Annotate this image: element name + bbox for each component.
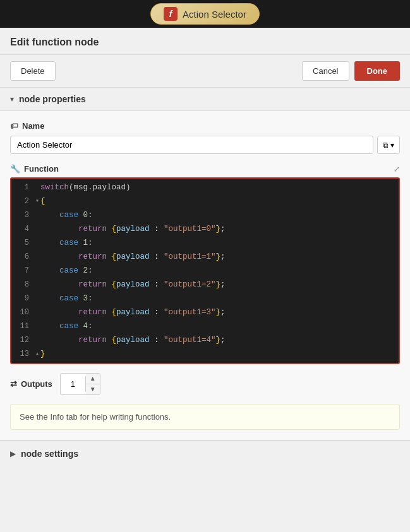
name-action-button[interactable]: ⧉ ▾ [377,136,400,154]
panel-header: Edit function node [0,28,410,55]
code-line-3: 3 case 0: [11,208,399,222]
tag-icon: 🏷 [10,121,18,131]
spinner-buttons: ▲ ▼ [86,374,100,394]
node-properties-content: 🏷 Name ⧉ ▾ 🔧 Function ⤢ 1 switch(msg [0,111,410,440]
wrench-icon: 🔧 [10,164,20,174]
top-bar: f Action Selector [0,0,410,28]
function-icon: f [164,7,178,21]
copy-icon: ⧉ [383,141,389,150]
done-button[interactable]: Done [354,61,401,81]
name-input[interactable] [10,136,373,154]
function-field-label: Function [24,164,59,174]
chevron-down-icon: ▾ [10,95,14,103]
function-label-left: 🔧 Function [10,164,59,174]
outputs-icon: ⇄ [10,379,17,389]
delete-button[interactable]: Delete [10,61,56,81]
expand-icon[interactable]: ⤢ [394,165,400,174]
main-panel: Edit function node Delete Cancel Done ▾ … [0,28,410,532]
function-label-row: 🔧 Function ⤢ [10,164,400,174]
code-line-5: 5 case 1: [11,236,399,250]
outputs-label: ⇄ Outputs [10,379,52,389]
code-line-10: 10 return {payload : "output1=3"}; [11,305,399,319]
name-row: ⧉ ▾ [10,136,400,154]
button-row: Delete Cancel Done [0,55,410,88]
chevron-right-icon: ▶ [10,449,16,458]
name-label: 🏷 Name [10,121,400,131]
node-settings-title: node settings [21,449,78,459]
name-field-label: Name [22,121,44,131]
panel-title: Edit function node [10,37,99,47]
info-box: See the Info tab for help writing functi… [10,404,400,430]
node-properties-title: node properties [19,94,86,104]
code-line-6: 6 return {payload : "output1=1"}; [11,250,399,264]
code-line-4: 4 return {payload : "output1=0"}; [11,222,399,236]
code-line-13: 13 ▴ } [11,347,399,363]
title-badge: f Action Selector [150,3,260,25]
outputs-increment-button[interactable]: ▲ [86,374,100,384]
code-line-7: 7 case 2: [11,264,399,278]
code-line-1: 1 switch(msg.payload) [11,179,399,194]
chevron-small-icon: ▾ [390,141,394,150]
code-line-12: 12 return {payload : "output1=4"}; [11,333,399,347]
outputs-value: 1 [61,376,86,392]
code-line-9: 9 case 3: [11,292,399,305]
node-properties-header[interactable]: ▾ node properties [0,88,410,111]
code-line-8: 8 return {payload : "output1=2"}; [11,278,399,292]
code-editor[interactable]: 1 switch(msg.payload) 2 ▾ { 3 case 0: 4 [10,177,400,364]
outputs-text: Outputs [21,379,52,389]
info-text: See the Info tab for help writing functi… [20,412,171,422]
node-settings-header[interactable]: ▶ node settings [0,440,410,466]
code-line-11: 11 case 4: [11,319,399,333]
code-line-2: 2 ▾ { [11,194,399,208]
header-title: Action Selector [183,9,246,20]
right-buttons: Cancel Done [302,61,400,81]
cancel-button[interactable]: Cancel [302,61,349,81]
outputs-decrement-button[interactable]: ▼ [86,384,100,394]
outputs-row: ⇄ Outputs 1 ▲ ▼ [10,373,400,395]
outputs-spinner[interactable]: 1 ▲ ▼ [60,373,100,395]
